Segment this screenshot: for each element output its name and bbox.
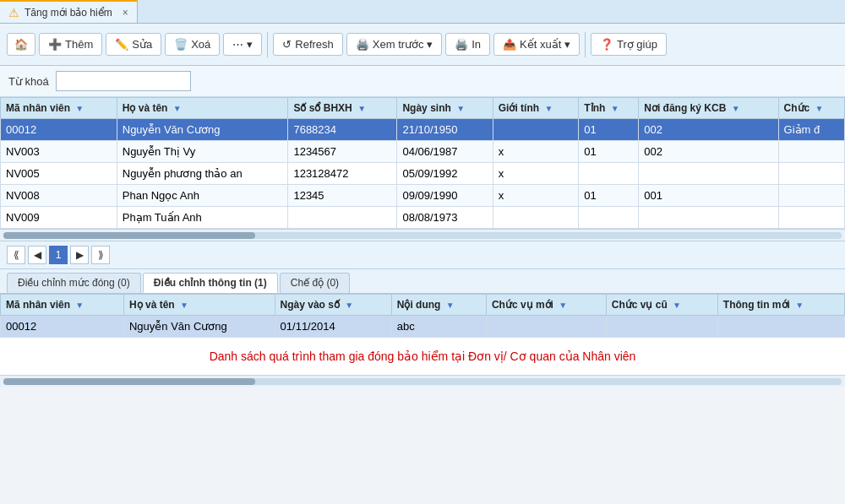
help-icon: ❓ xyxy=(600,38,613,51)
export-icon: 📤 xyxy=(503,38,516,51)
more-icon: ⋯ xyxy=(232,38,243,51)
page-next-button[interactable]: ▶ xyxy=(70,246,89,264)
tab-item-tang-moi-bao-hiem[interactable]: ⚠ Tăng mới bảo hiểm × xyxy=(0,0,138,23)
xoa-label: Xoá xyxy=(191,38,210,51)
table-row[interactable]: 00012Nguyễn Văn Cương768823421/10/195001… xyxy=(1,119,845,141)
toolbar: 🏠 ➕ Thêm ✏️ Sửa 🗑️ Xoá ⋯ ▾ ↺ Refresh 🖨️ … xyxy=(0,24,845,66)
pagination-bar: ⟪ ◀ 1 ▶ ⟫ xyxy=(0,241,845,269)
table-row[interactable]: 00012Nguyễn Văn Cương01/11/2014abc xyxy=(1,316,845,338)
them-label: Thêm xyxy=(65,38,93,51)
plus-icon: ➕ xyxy=(48,38,62,51)
filter-icon-tinh[interactable]: ▼ xyxy=(611,104,619,113)
main-table-wrapper: Mã nhân viên ▼ Họ và tên ▼ Số sổ BHXH ▼ … xyxy=(0,97,845,229)
bottom-table-body: 00012Nguyễn Văn Cương01/11/2014abc xyxy=(1,316,845,338)
bcol-chuc-vu-moi: Chức vụ mới ▼ xyxy=(486,295,606,316)
refresh-label: Refresh xyxy=(295,38,334,51)
filter-icon-ho-ten[interactable]: ▼ xyxy=(173,104,182,113)
xem-truoc-button[interactable]: 🖨️ Xem trước ▾ xyxy=(346,33,442,56)
ket-xuat-button[interactable]: 📤 Kết xuất ▾ xyxy=(493,33,580,56)
page-last-button[interactable]: ⟫ xyxy=(91,246,110,264)
main-scrollbar[interactable] xyxy=(0,229,845,241)
bfilter-icon-ho-ten[interactable]: ▼ xyxy=(180,301,188,310)
search-label: Từ khoá xyxy=(8,75,49,88)
sub-tab-dieu-chinh-thong-tin[interactable]: Điều chỉnh thông tin (1) xyxy=(143,273,278,293)
filter-icon-so-so[interactable]: ▼ xyxy=(357,104,366,113)
bcol-ngay-vao-so: Ngày vào số ▼ xyxy=(275,295,391,316)
print-icon: 🖨️ xyxy=(455,38,468,51)
in-button[interactable]: 🖨️ In xyxy=(445,33,490,56)
ket-xuat-label: Kết xuất ▾ xyxy=(520,38,570,51)
trash-icon: 🗑️ xyxy=(174,38,188,51)
tab-label: Tăng mới bảo hiểm xyxy=(25,7,112,19)
bcol-thong-tin-moi: Thông tin mới ▼ xyxy=(717,295,844,316)
scrollbar-track[interactable] xyxy=(3,232,842,239)
table-row[interactable]: NV008Phan Ngọc Anh1234509/09/1990x01001 xyxy=(1,185,845,207)
bottom-table-header: Mã nhân viên ▼ Họ và tên ▼ Ngày vào số ▼… xyxy=(1,295,845,316)
bfilter-icon-thong-tin-moi[interactable]: ▼ xyxy=(795,301,804,310)
col-so-so-bhxh: Số sổ BHXH ▼ xyxy=(288,98,397,119)
main-table-body: 00012Nguyễn Văn Cương768823421/10/195001… xyxy=(1,119,845,229)
dropdown-arrow: ▾ xyxy=(247,38,253,51)
table-row[interactable]: NV003Nguyễn Thị Vy123456704/06/1987x0100… xyxy=(1,141,845,163)
page-first-button[interactable]: ⟪ xyxy=(7,246,25,264)
sua-button[interactable]: ✏️ Sửa xyxy=(106,33,161,56)
bcol-chuc-vu-cu: Chức vụ cũ ▼ xyxy=(606,295,717,316)
col-ngay-sinh: Ngày sinh ▼ xyxy=(397,98,493,119)
bcol-ma-nhan-vien: Mã nhân viên ▼ xyxy=(1,295,124,316)
col-ma-nhan-vien: Mã nhân viên ▼ xyxy=(1,98,117,119)
filter-icon-chuc[interactable]: ▼ xyxy=(815,104,824,113)
sub-tab-dieu-chinh-muc-dong[interactable]: Điều chỉnh mức đóng (0) xyxy=(7,273,141,293)
bottom-scrollbar-thumb[interactable] xyxy=(3,378,255,385)
filter-icon-ma[interactable]: ▼ xyxy=(75,104,84,113)
search-area: Từ khoá xyxy=(0,66,845,97)
table-row[interactable]: NV009Phạm Tuấn Anh08/08/1973 xyxy=(1,207,845,229)
home-button[interactable]: 🏠 xyxy=(7,33,35,56)
page-current[interactable]: 1 xyxy=(49,246,68,264)
home-icon: 🏠 xyxy=(14,38,28,51)
tab-close-button[interactable]: × xyxy=(123,7,128,19)
filter-icon-ngay-sinh[interactable]: ▼ xyxy=(456,104,465,113)
bottom-table: Mã nhân viên ▼ Họ và tên ▼ Ngày vào số ▼… xyxy=(0,294,845,338)
bottom-scrollbar-track[interactable] xyxy=(3,378,842,385)
them-button[interactable]: ➕ Thêm xyxy=(39,33,102,56)
print-preview-icon: 🖨️ xyxy=(356,38,369,51)
bottom-scrollbar[interactable] xyxy=(0,375,845,387)
bottom-note: Danh sách quá trình tham gia đóng bảo hi… xyxy=(0,338,845,375)
filter-icon-noi-dang-ky[interactable]: ▼ xyxy=(732,104,740,113)
warn-icon: ⚠ xyxy=(8,6,19,19)
edit-icon: ✏️ xyxy=(115,38,128,51)
bottom-table-wrapper: Mã nhân viên ▼ Họ và tên ▼ Ngày vào số ▼… xyxy=(0,294,845,375)
xem-truoc-label: Xem trước ▾ xyxy=(373,38,433,51)
sub-tabs: Điều chỉnh mức đóng (0) Điều chỉnh thông… xyxy=(0,269,845,294)
col-ho-ten: Họ và tên ▼ xyxy=(117,98,288,119)
separator-2 xyxy=(585,32,586,57)
col-chuc: Chức ▼ xyxy=(778,98,844,119)
bfilter-icon-chuc-vu-moi[interactable]: ▼ xyxy=(559,301,567,310)
col-gioi-tinh: Giới tính ▼ xyxy=(493,98,579,119)
sub-tab-che-do[interactable]: Chế độ (0) xyxy=(280,273,350,293)
separator-1 xyxy=(267,32,268,57)
refresh-icon: ↺ xyxy=(282,38,292,51)
bfilter-icon-chuc-vu-cu[interactable]: ▼ xyxy=(673,301,681,310)
filter-icon-gioi-tinh[interactable]: ▼ xyxy=(544,104,553,113)
col-tinh: Tỉnh ▼ xyxy=(579,98,639,119)
page-prev-button[interactable]: ◀ xyxy=(28,246,46,264)
table-row[interactable]: NV005Nguyễn phương thảo an12312847205/09… xyxy=(1,163,845,185)
xoa-button[interactable]: 🗑️ Xoá xyxy=(165,33,220,56)
main-table: Mã nhân viên ▼ Họ và tên ▼ Số sổ BHXH ▼ … xyxy=(0,97,845,229)
main-table-header: Mã nhân viên ▼ Họ và tên ▼ Số sổ BHXH ▼ … xyxy=(1,98,845,119)
sua-label: Sửa xyxy=(132,38,152,51)
more-button[interactable]: ⋯ ▾ xyxy=(223,33,262,56)
scrollbar-thumb[interactable] xyxy=(3,232,255,239)
in-label: In xyxy=(472,38,481,51)
bfilter-icon-ngay-vao-so[interactable]: ▼ xyxy=(345,301,353,310)
refresh-button[interactable]: ↺ Refresh xyxy=(273,33,343,56)
search-input[interactable] xyxy=(56,71,191,91)
tro-giup-button[interactable]: ❓ Trợ giúp xyxy=(591,33,667,56)
tro-giup-label: Trợ giúp xyxy=(617,38,657,51)
bcol-ho-ten: Họ và tên ▼ xyxy=(123,295,275,316)
bfilter-icon-ma[interactable]: ▼ xyxy=(75,301,84,310)
bcol-noi-dung: Nội dung ▼ xyxy=(391,295,486,316)
bfilter-icon-noi-dung[interactable]: ▼ xyxy=(446,301,455,310)
col-noi-dang-ky: Nơi đăng ký KCB ▼ xyxy=(639,98,778,119)
